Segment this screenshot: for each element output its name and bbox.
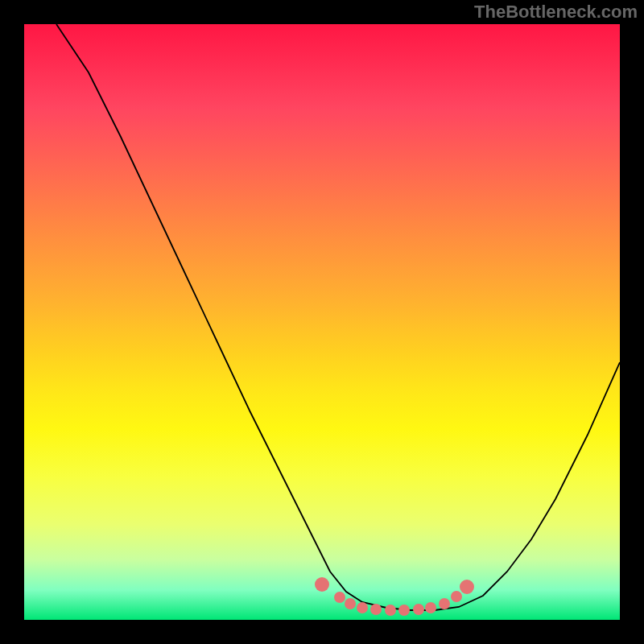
marker-dot <box>345 598 356 609</box>
marker-dot <box>413 604 424 615</box>
marker-dot <box>370 604 382 615</box>
chart-frame <box>24 24 620 620</box>
marker-dot <box>460 580 474 594</box>
marker-dot <box>385 605 396 616</box>
marker-dot <box>315 577 329 592</box>
marker-dot <box>334 592 345 603</box>
marker-dot <box>398 605 410 616</box>
chart-svg <box>24 24 620 620</box>
watermark-text: TheBottleneck.com <box>474 2 638 23</box>
marker-dot <box>439 598 450 609</box>
marker-dot <box>357 602 368 613</box>
marker-dot <box>425 602 436 613</box>
curve-path <box>56 24 620 610</box>
marker-dot <box>451 591 462 602</box>
